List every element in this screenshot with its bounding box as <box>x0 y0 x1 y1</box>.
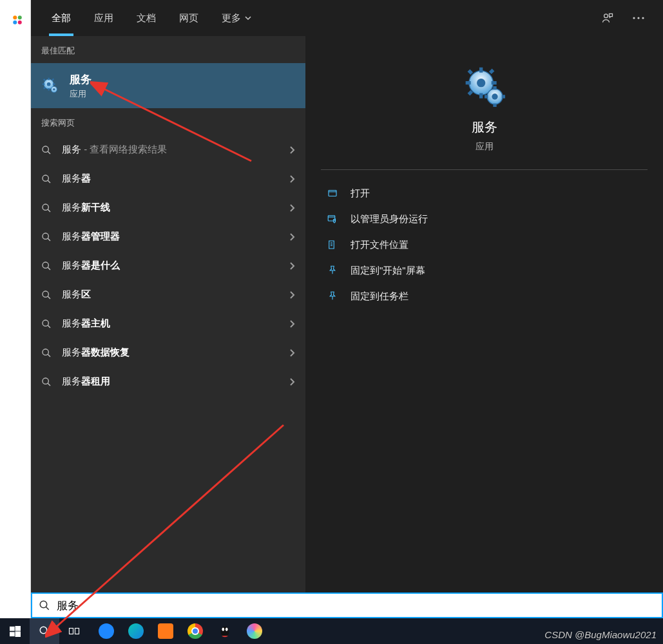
svg-point-52 <box>40 627 47 634</box>
svg-rect-48 <box>10 626 15 630</box>
tab-more[interactable]: 更多 <box>210 0 263 36</box>
svg-point-26 <box>43 320 48 326</box>
task-view-button[interactable] <box>59 618 89 644</box>
svg-rect-32 <box>465 81 470 84</box>
tab-more-label: 更多 <box>222 12 241 24</box>
svg-rect-33 <box>491 81 496 84</box>
action-open-location[interactable]: 打开文件位置 <box>321 232 648 258</box>
svg-point-57 <box>226 628 228 632</box>
web-result-2[interactable]: 服务新干线 <box>31 193 305 222</box>
web-result-3[interactable]: 服务器管理器 <box>31 222 305 251</box>
folder-icon <box>325 239 340 251</box>
person-feedback-icon <box>601 12 614 24</box>
search-tabs: 全部 应用 文档 网页 更多 <box>31 0 663 36</box>
tab-docs[interactable]: 文档 <box>125 0 168 36</box>
svg-point-19 <box>53 88 55 91</box>
svg-rect-45 <box>329 191 336 196</box>
web-result-0[interactable]: 服务 - 查看网络搜索结果 <box>31 135 305 164</box>
svg-point-3 <box>18 21 22 24</box>
taskbar-app-3[interactable] <box>151 618 180 644</box>
svg-point-17 <box>47 82 51 86</box>
web-result-7[interactable]: 服务器数据恢复 <box>31 338 305 367</box>
watermark: CSDN @BugMiaowu2021 <box>544 629 657 640</box>
search-input-box[interactable] <box>31 592 663 618</box>
search-icon <box>41 377 52 387</box>
action-pin-start[interactable]: 固定到"开始"屏幕 <box>321 258 648 283</box>
tab-web[interactable]: 网页 <box>168 0 210 36</box>
action-label: 固定到"开始"屏幕 <box>351 265 425 277</box>
options-button[interactable] <box>623 0 654 36</box>
best-match-subtitle: 应用 <box>70 88 91 100</box>
taskbar-app-1[interactable] <box>91 618 121 644</box>
chevron-right-icon <box>289 319 295 328</box>
result-text: 服务新干线 <box>62 202 278 214</box>
feedback-button[interactable] <box>592 0 623 36</box>
svg-point-21 <box>43 175 48 181</box>
start-button[interactable] <box>0 618 30 644</box>
windows-search-panel: 全部 应用 文档 网页 更多 最佳匹配 服务 应用 <box>31 0 663 592</box>
svg-rect-44 <box>501 95 504 98</box>
tab-all[interactable]: 全部 <box>40 0 82 36</box>
search-icon <box>41 290 52 300</box>
search-icon <box>41 174 52 184</box>
search-input[interactable] <box>57 599 655 612</box>
taskbar-app-chrome[interactable] <box>180 618 210 644</box>
svg-rect-12 <box>53 84 55 85</box>
svg-rect-53 <box>70 629 73 634</box>
svg-point-27 <box>43 349 48 355</box>
action-run-admin[interactable]: 以管理员身份运行 <box>321 206 648 232</box>
svg-point-1 <box>18 15 22 19</box>
action-pin-taskbar[interactable]: 固定到任务栏 <box>321 283 648 309</box>
result-text: 服务器是什么 <box>62 260 278 272</box>
svg-point-28 <box>43 378 48 384</box>
divider <box>321 169 648 170</box>
chevron-right-icon <box>289 232 295 242</box>
svg-point-0 <box>13 15 17 19</box>
svg-rect-46 <box>328 216 335 221</box>
tab-apps[interactable]: 应用 <box>82 0 125 36</box>
svg-point-24 <box>43 262 48 268</box>
web-result-8[interactable]: 服务器租用 <box>31 367 305 396</box>
svg-rect-54 <box>75 629 79 634</box>
panel-body: 最佳匹配 服务 应用 搜索网页 服务 - 查看网络搜索结果 服务器 服务新干线 … <box>31 36 663 592</box>
svg-point-23 <box>43 233 48 239</box>
web-result-6[interactable]: 服务器主机 <box>31 309 305 338</box>
result-text: 服务器管理器 <box>62 231 278 243</box>
taskbar-app-qq[interactable] <box>210 618 240 644</box>
taskbar-app-edge[interactable] <box>121 618 151 644</box>
taskbar-app-6[interactable] <box>240 618 269 644</box>
result-text: 服务器租用 <box>62 375 278 388</box>
admin-icon <box>325 213 340 225</box>
web-result-5[interactable]: 服务区 <box>31 280 305 309</box>
chevron-down-icon <box>245 15 251 21</box>
search-icon <box>41 261 52 271</box>
windows-icon <box>10 626 21 637</box>
svg-point-47 <box>40 601 47 608</box>
action-open[interactable]: 打开 <box>321 180 648 206</box>
svg-rect-30 <box>479 68 483 73</box>
preview-title: 服务 <box>321 118 648 136</box>
svg-point-5 <box>633 17 635 19</box>
app-logo-behind <box>12 14 23 26</box>
svg-rect-11 <box>43 84 45 85</box>
taskbar-search-button[interactable] <box>30 618 59 644</box>
background-strip <box>0 0 31 618</box>
svg-point-6 <box>637 17 639 19</box>
preview-subtitle: 应用 <box>321 141 648 153</box>
svg-rect-42 <box>493 104 496 107</box>
svg-point-20 <box>43 146 48 152</box>
search-icon <box>41 203 52 213</box>
action-label: 固定到任务栏 <box>351 290 408 303</box>
svg-rect-31 <box>479 93 483 99</box>
web-result-1[interactable]: 服务器 <box>31 164 305 193</box>
svg-point-25 <box>43 291 48 297</box>
action-label: 打开 <box>351 187 370 200</box>
best-match-result[interactable]: 服务 应用 <box>31 63 305 108</box>
web-result-4[interactable]: 服务器是什么 <box>31 251 305 280</box>
action-label: 以管理员身份运行 <box>351 213 428 225</box>
svg-rect-15 <box>52 79 54 81</box>
chevron-right-icon <box>289 348 295 357</box>
result-text: 服务器主机 <box>62 317 278 330</box>
web-results-list: 服务 - 查看网络搜索结果 服务器 服务新干线 服务器管理器 服务器是什么 服务… <box>31 135 305 396</box>
preview-icon-wrap <box>321 66 648 107</box>
